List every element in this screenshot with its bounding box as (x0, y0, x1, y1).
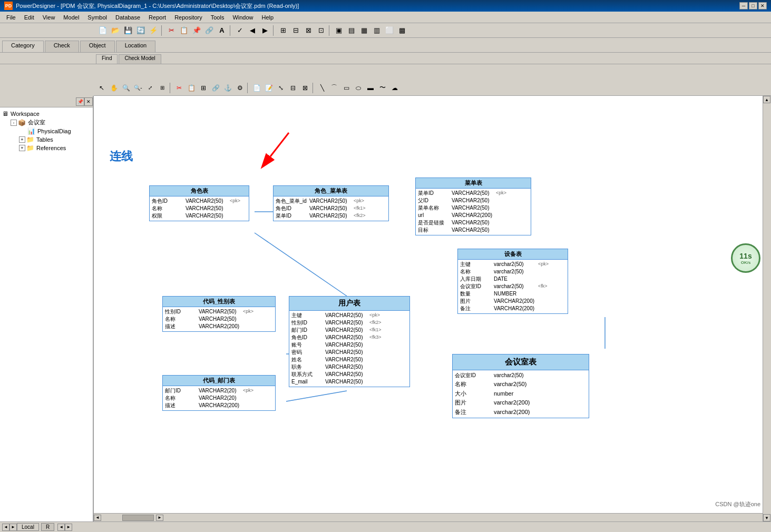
tree-expand-tables[interactable]: + (19, 136, 25, 143)
tb-view1[interactable]: ▣ (333, 25, 345, 36)
table-code-type[interactable]: 代码_性别表 性别IDVARCHAR2(50)<pk> 名称VARCHAR2(5… (162, 296, 276, 332)
scroll-right-btn[interactable]: ► (156, 515, 163, 521)
dtb-curve[interactable]: ⌒ (328, 82, 340, 94)
tb-grid4[interactable]: ⊡ (315, 25, 327, 36)
tree-expand-refs[interactable]: + (19, 145, 25, 151)
status-nav-left[interactable]: ◄ (2, 524, 9, 531)
menu-help[interactable]: Help (258, 13, 278, 22)
scrollbar-horizontal[interactable]: ◄ ► (94, 513, 763, 521)
table-role[interactable]: 角色表 角色IDVARCHAR2(50)<pk> 名称VARCHAR2(50) … (149, 185, 249, 221)
dtb-fit[interactable]: ⤢ (144, 82, 156, 94)
table-role-menu[interactable]: 角色_菜单表 角色_菜单_idVARCHAR2(50)<pk> 角色IDVARC… (273, 185, 389, 221)
tb-view4[interactable]: ▥ (371, 25, 383, 36)
table-code-dept[interactable]: 代码_邮门表 邮门IDVARCHAR2(20)<pk> 名称VARCHAR2(2… (162, 375, 276, 411)
tree-references[interactable]: + 📁 References (2, 144, 91, 152)
status-nav-right[interactable]: ► (9, 524, 17, 531)
dtb-pan[interactable]: ✋ (108, 82, 120, 94)
status-tab-r[interactable]: R (41, 523, 54, 531)
tb-open[interactable]: 📂 (110, 25, 121, 36)
dtb-rect[interactable]: ▭ (340, 82, 352, 94)
tree-huiyishi[interactable]: - 📦 会议室 (2, 118, 91, 127)
status-tab-local[interactable]: Local (17, 523, 39, 531)
dtb-fit2[interactable]: ⊞ (157, 82, 168, 94)
dtb-select[interactable]: ↖ (96, 82, 108, 94)
tab-location[interactable]: Location (116, 41, 156, 52)
window-controls: ─ □ ✕ (739, 2, 767, 9)
dtb-doc[interactable]: 📄 (251, 82, 262, 94)
tb-copy[interactable]: 📋 (178, 25, 190, 36)
tb-cut[interactable]: ✂ (165, 25, 177, 36)
tab-object[interactable]: Object (80, 41, 115, 52)
tab-find[interactable]: Find (96, 54, 118, 64)
tb-back[interactable]: ◀ (247, 25, 258, 36)
panel-close-btn[interactable]: ✕ (84, 97, 93, 106)
tb-grid1[interactable]: ⊞ (277, 25, 289, 36)
tb-link[interactable]: 🔗 (203, 25, 215, 36)
dtb-expand[interactable]: ⤡ (275, 82, 287, 94)
menu-symbol[interactable]: Symbol (83, 13, 111, 22)
table-device[interactable]: 设备表 主键varchar2(50)<pk> 名称varchar2(50) 入库… (457, 249, 568, 314)
menu-database[interactable]: Database (111, 13, 144, 22)
menu-window[interactable]: Window (228, 13, 257, 22)
dtb-cloud[interactable]: ☁ (389, 82, 401, 94)
status-tab-nav-left[interactable]: ◄ (57, 524, 65, 531)
dtb-line1[interactable]: ╲ (316, 82, 328, 94)
dtb-anchor[interactable]: ⚓ (222, 82, 233, 94)
maximize-btn[interactable]: □ (749, 2, 757, 9)
tab-category[interactable]: Category (2, 41, 44, 52)
menu-report[interactable]: Report (144, 13, 170, 22)
dtb-scissors[interactable]: ✂ (173, 82, 185, 94)
dtb-note[interactable]: 📝 (263, 82, 275, 94)
tree-expand-huiyishi[interactable]: - (11, 120, 17, 126)
tab-check[interactable]: Check (45, 41, 79, 52)
tb-new[interactable]: 📄 (97, 25, 109, 36)
scrollbar-thumb[interactable] (122, 515, 154, 521)
dtb-link2[interactable]: 🔗 (210, 82, 221, 94)
menu-repository[interactable]: Repository (170, 13, 207, 22)
tb-sync[interactable]: ⚡ (148, 25, 159, 36)
tb-save[interactable]: 💾 (122, 25, 134, 36)
tb-view6[interactable]: ▩ (396, 25, 408, 36)
scroll-left-btn[interactable]: ◄ (94, 515, 101, 521)
dtb-settings[interactable]: ⚙ (234, 82, 246, 94)
scroll-down-btn[interactable]: ▼ (763, 514, 770, 521)
panel-pin-btn[interactable]: 📌 (76, 97, 84, 106)
dtb-wave[interactable]: 〜 (377, 82, 388, 94)
scroll-up-btn[interactable]: ▲ (763, 96, 770, 103)
menu-model[interactable]: Model (59, 13, 83, 22)
tb-check[interactable]: ✓ (234, 25, 246, 36)
menu-tools[interactable]: Tools (207, 13, 229, 22)
tb-text[interactable]: A (216, 25, 228, 36)
menu-edit[interactable]: Edit (20, 13, 38, 22)
tree-physicaldiag[interactable]: 📊 PhysicalDiag (2, 127, 91, 135)
tree-workspace[interactable]: 🖥 Workspace (2, 110, 91, 118)
table-menu[interactable]: 菜单表 菜单IDVARCHAR2(50)<pk> 父IDVARCHAR2(50)… (415, 178, 531, 235)
canvas-area[interactable]: 连线 角色表 角色IDVARCHAR2(50)<pk> 名称VARCHAR2(5… (94, 96, 771, 521)
tb-view3[interactable]: ▦ (358, 25, 370, 36)
status-tab-nav-right[interactable]: ► (65, 524, 72, 531)
dtb-table[interactable]: ⊞ (198, 82, 209, 94)
dtb-zoomin[interactable]: 🔍 (120, 82, 132, 94)
tb-view2[interactable]: ▤ (346, 25, 357, 36)
menu-view[interactable]: View (38, 13, 60, 22)
close-btn[interactable]: ✕ (758, 2, 767, 9)
tb-refresh[interactable]: 🔄 (135, 25, 147, 36)
tb-grid3[interactable]: ⊠ (302, 25, 314, 36)
tb-paste[interactable]: 📌 (191, 25, 202, 36)
dtb-zoomout[interactable]: 🔍- (132, 82, 144, 94)
menu-file[interactable]: File (2, 13, 20, 22)
minimize-btn[interactable]: ─ (739, 2, 748, 9)
scrollbar-vertical[interactable]: ▲ ▼ (763, 96, 771, 521)
dtb-round-rect[interactable]: ▬ (365, 82, 376, 94)
tree-tables[interactable]: + 📁 Tables (2, 135, 91, 144)
tab-check-model[interactable]: Check Model (119, 54, 161, 64)
dtb-ellipse[interactable]: ⬭ (353, 82, 364, 94)
dtb-copy2[interactable]: 📋 (186, 82, 197, 94)
tb-grid2[interactable]: ⊟ (290, 25, 301, 36)
dtb-rows[interactable]: ⊠ (299, 82, 311, 94)
table-room[interactable]: 会议室表 会议室IDvarchar2(50) 名称varchar2(50) 大小… (452, 354, 589, 418)
table-user[interactable]: 用户表 主键VARCHAR2(50)<pk> 性别IDVARCHAR2(50)<… (289, 296, 410, 387)
dtb-cols[interactable]: ⊟ (287, 82, 299, 94)
tb-forward[interactable]: ▶ (259, 25, 271, 36)
tb-view5[interactable]: ⬜ (384, 25, 395, 36)
